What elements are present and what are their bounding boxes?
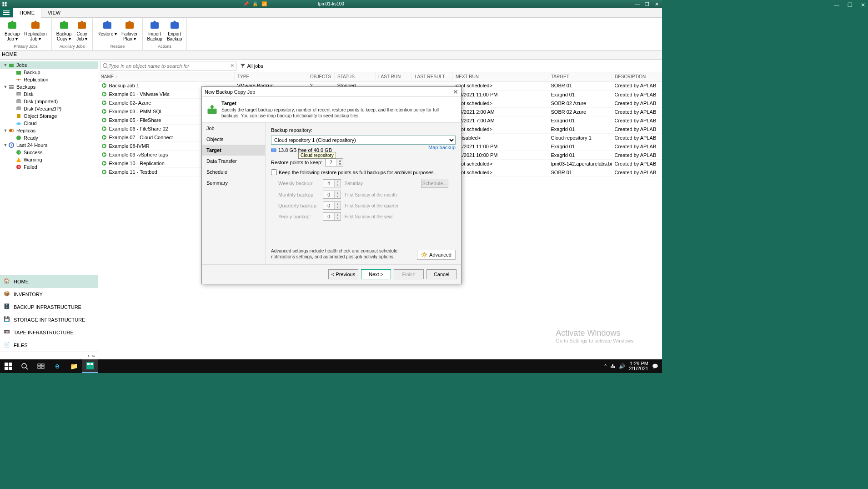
- restore-points-spinner[interactable]: ▲▼: [325, 158, 343, 166]
- taskbar-clock[interactable]: 1:29 PM 2/1/2021: [629, 361, 648, 371]
- nav-item-backup-infra[interactable]: 🗄️BACKUP INFRASTRUCTURE: [0, 301, 98, 313]
- ribbon-button[interactable]: Replication Job ▾: [22, 19, 48, 44]
- ribbon-button[interactable]: Copy Job ▾: [74, 19, 90, 44]
- schedule-spinner-input[interactable]: [323, 213, 334, 220]
- task-view-button[interactable]: [33, 359, 49, 373]
- start-button[interactable]: [0, 359, 16, 373]
- finish-button[interactable]: Finish: [394, 269, 424, 279]
- tray-notifications-icon[interactable]: 💬: [652, 363, 658, 369]
- spinner-down-icon[interactable]: ▼: [337, 162, 343, 166]
- schedule-spinner[interactable]: ▲▼: [323, 212, 341, 221]
- dialog-nav-item[interactable]: Job: [202, 123, 265, 134]
- lock-icon[interactable]: 🔒: [252, 1, 258, 6]
- column-header[interactable]: STATUS: [335, 72, 376, 81]
- pin-icon[interactable]: 📌: [243, 1, 249, 6]
- archival-checkbox[interactable]: [271, 169, 277, 175]
- schedule-spinner[interactable]: ▲▼: [323, 202, 341, 210]
- dialog-nav-item[interactable]: Data Transfer: [202, 156, 265, 166]
- tree-item[interactable]: ▼Backups: [0, 83, 98, 91]
- search-box[interactable]: ✕: [100, 61, 236, 71]
- nav-item-storage-infra[interactable]: 💾STORAGE INFRASTRUCTURE: [0, 313, 98, 326]
- search-input[interactable]: [109, 63, 230, 69]
- host-minimize-icon[interactable]: —: [834, 2, 839, 8]
- schedule-button[interactable]: Schedule...: [421, 179, 448, 188]
- advanced-button[interactable]: Advanced: [417, 250, 456, 260]
- nav-item-inventory[interactable]: 📦INVENTORY: [0, 288, 98, 301]
- column-header[interactable]: NAME ↑: [98, 72, 235, 81]
- filter-all-jobs[interactable]: All jobs: [240, 63, 263, 69]
- tree-item[interactable]: ▼Replicas: [0, 127, 98, 134]
- spinner-up-icon[interactable]: ▲: [335, 202, 341, 206]
- taskbar-search-button[interactable]: [16, 359, 33, 373]
- sidebar-footer-icon-1[interactable]: ▫: [87, 353, 89, 358]
- tree-toggle-icon[interactable]: ▼: [3, 63, 8, 67]
- ribbon-button[interactable]: Failover Plan ▾: [120, 19, 140, 44]
- remote-close-icon[interactable]: ✕: [655, 1, 660, 7]
- dialog-titlebar[interactable]: New Backup Copy Job ✕: [202, 87, 461, 97]
- spinner-down-icon[interactable]: ▼: [335, 206, 341, 209]
- sidebar-footer-icon-2[interactable]: »: [92, 353, 95, 358]
- tray-network-icon[interactable]: 🖧: [610, 363, 615, 369]
- previous-button[interactable]: < Previous: [328, 269, 358, 279]
- tree-item[interactable]: Success: [0, 149, 98, 156]
- remote-maximize-icon[interactable]: ❐: [645, 1, 650, 7]
- host-maximize-icon[interactable]: ❐: [848, 2, 853, 8]
- tree-item[interactable]: Disk: [0, 91, 98, 98]
- spinner-down-icon[interactable]: ▼: [335, 195, 341, 198]
- tree-item[interactable]: Ready: [0, 134, 98, 141]
- nav-item-tape-infra[interactable]: 📼TAPE INFRASTRUCTURE: [0, 326, 98, 339]
- column-header[interactable]: NEXT RUN: [453, 72, 548, 81]
- tab-view[interactable]: VIEW: [41, 8, 67, 17]
- tree-item[interactable]: Replication: [0, 76, 98, 83]
- ribbon-button[interactable]: Import Backup: [146, 19, 164, 44]
- clear-search-icon[interactable]: ✕: [230, 63, 234, 69]
- tree-item[interactable]: ▼Jobs: [0, 61, 98, 69]
- tree-item[interactable]: Cloud: [0, 120, 98, 127]
- spinner-up-icon[interactable]: ▲: [335, 191, 341, 195]
- tree-toggle-icon[interactable]: ▼: [3, 85, 8, 89]
- column-header[interactable]: TYPE: [235, 72, 307, 81]
- tree-toggle-icon[interactable]: ▼: [3, 128, 8, 133]
- tree-item[interactable]: ▼Last 24 Hours: [0, 141, 98, 149]
- dialog-nav-item[interactable]: Summary: [202, 177, 265, 188]
- next-button[interactable]: Next >: [361, 269, 391, 279]
- schedule-spinner-input[interactable]: [323, 202, 334, 209]
- ribbon-button[interactable]: Backup Copy ▾: [55, 19, 73, 44]
- backup-repository-select[interactable]: Cloud repository 1 (Cloud repository): [271, 136, 456, 145]
- nav-item-home[interactable]: 🏠HOME: [0, 275, 98, 288]
- restore-points-input[interactable]: [326, 159, 336, 166]
- cancel-button[interactable]: Cancel: [426, 269, 457, 279]
- column-header[interactable]: LAST RESULT: [412, 72, 453, 81]
- remote-minimize-icon[interactable]: —: [635, 1, 640, 7]
- ribbon-button[interactable]: Restore ▾: [95, 19, 119, 44]
- tree-item[interactable]: Warning: [0, 156, 98, 163]
- ribbon-button[interactable]: Export Backup: [165, 19, 184, 44]
- tray-chevron-icon[interactable]: ^: [604, 363, 607, 369]
- tree-toggle-icon[interactable]: ▼: [3, 143, 8, 147]
- tray-volume-icon[interactable]: 🔊: [619, 363, 625, 369]
- host-close-icon[interactable]: ✕: [861, 2, 865, 8]
- tree-item[interactable]: Disk (VeeamZIP): [0, 105, 98, 112]
- tree-item[interactable]: Object Storage: [0, 112, 98, 120]
- spinner-up-icon[interactable]: ▲: [337, 159, 343, 162]
- schedule-spinner-input[interactable]: [323, 180, 334, 187]
- spinner-down-icon[interactable]: ▼: [335, 183, 341, 187]
- column-header[interactable]: TARGET: [548, 72, 612, 81]
- tree-item[interactable]: Disk (Imported): [0, 98, 98, 105]
- dialog-nav-item[interactable]: Target: [202, 145, 265, 156]
- tree-item[interactable]: Failed: [0, 163, 98, 171]
- spinner-up-icon[interactable]: ▲: [335, 213, 341, 217]
- dialog-close-icon[interactable]: ✕: [453, 88, 458, 96]
- taskbar-explorer-button[interactable]: 📁: [65, 359, 82, 373]
- spinner-down-icon[interactable]: ▼: [335, 217, 341, 220]
- schedule-spinner-input[interactable]: [323, 191, 334, 198]
- spinner-up-icon[interactable]: ▲: [335, 180, 341, 183]
- tab-home[interactable]: HOME: [13, 8, 41, 18]
- main-menu-button[interactable]: [0, 8, 13, 17]
- schedule-spinner[interactable]: ▲▼: [323, 191, 341, 199]
- dialog-nav-item[interactable]: Objects: [202, 134, 265, 145]
- schedule-spinner[interactable]: ▲▼: [323, 179, 341, 187]
- tree-item[interactable]: Backup: [0, 69, 98, 76]
- map-backup-link[interactable]: Map backup: [428, 145, 456, 150]
- column-header[interactable]: OBJECTS: [307, 72, 335, 81]
